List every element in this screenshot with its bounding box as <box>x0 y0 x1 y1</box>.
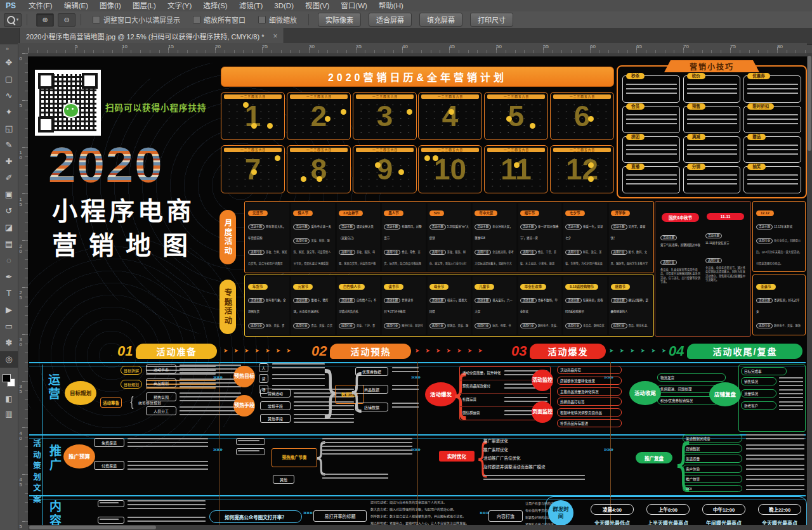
tool-button[interactable]: ✚ <box>0 153 18 170</box>
magnifier-icon <box>7 16 15 24</box>
foreground-color-swatch[interactable] <box>3 374 11 382</box>
tool-button[interactable]: ▤ <box>0 236 18 252</box>
ruler-tick-label: 20 <box>215 44 221 49</box>
tool-button[interactable]: ✎ <box>0 137 18 153</box>
tip-label: 限时折扣 <box>747 103 774 110</box>
quick-mask-icon[interactable]: ◧ <box>0 394 18 403</box>
option-checkbox[interactable]: 细微缩放 <box>258 15 297 25</box>
close-tab-icon[interactable]: × <box>273 32 277 41</box>
ruler-tick-label: 35 <box>18 384 23 394</box>
node-activity-monitor: 活动监控 <box>532 370 553 391</box>
time-column: 晚上22:00 全天曝光最高点 <box>753 504 806 526</box>
menu-item[interactable]: 窗口(W) <box>335 0 373 11</box>
calendar-month: 一 二 三 四 五 六 日 8 <box>287 145 351 193</box>
poster-title-line2: 营销地图 <box>52 225 199 262</box>
tip-card: 拼团 <box>622 136 680 164</box>
menu-item[interactable]: 文字(Y) <box>162 0 197 11</box>
screen-mode-icon[interactable]: ▥ <box>0 410 18 418</box>
menu-item[interactable]: 图像(I) <box>94 0 127 11</box>
option-button[interactable]: 适合屏幕 <box>369 13 412 27</box>
option-checkbox[interactable]: 缩放所有窗口 <box>193 15 246 25</box>
ruler-tick-label: 70 <box>683 44 689 49</box>
monthly-activity-column: 开学季 活动主题又开学，要省钱！ 适用行业图书、数码、文具、服饰等，面向学生主推… <box>609 203 652 271</box>
promo-mid-box <box>236 448 265 455</box>
horizontal-scrollbar-thumb[interactable] <box>29 526 156 529</box>
option-button[interactable]: 填充屏幕 <box>419 13 462 27</box>
tool-button[interactable]: ◪ <box>0 219 18 236</box>
document-tab[interactable]: 2020小程序电商营销地图.jpg @ 12.5% (扫码可以获得小程序扶持, … <box>19 28 284 44</box>
time-pill: 中午12:00 <box>702 504 745 515</box>
tool-button[interactable]: ✽ <box>0 335 18 351</box>
tool-button[interactable]: ∿ <box>0 87 18 104</box>
tool-icon: ✥ <box>6 58 13 67</box>
month-number: 12 <box>551 152 613 186</box>
tool-button[interactable]: ✒ <box>0 269 18 285</box>
tool-button[interactable]: ✦ <box>0 104 18 120</box>
zoom-out-button[interactable]: ⊖ <box>58 13 75 27</box>
vertical-scrollbar-thumb[interactable] <box>808 56 811 151</box>
brace: { <box>129 394 134 410</box>
phase-item: 02 活动预热 <box>311 343 411 359</box>
tool-button[interactable]: T <box>0 285 18 302</box>
tool-button[interactable]: ✐ <box>0 170 18 186</box>
tool-button[interactable]: ▣ <box>0 186 18 203</box>
tool-button[interactable]: ▭ <box>0 318 18 335</box>
option-button[interactable]: 实际像素 <box>318 13 361 27</box>
current-tool-zoom[interactable]: ▾ <box>4 13 22 27</box>
tip-text-lines <box>747 84 798 96</box>
festival-badge: 白色情人节 <box>339 284 365 290</box>
tool-button[interactable]: ◎ <box>0 351 18 368</box>
ruler-tick-label: 5 <box>75 44 77 49</box>
ruler-tick-label: 30 <box>18 337 23 347</box>
qr-code <box>35 70 101 136</box>
checkbox-icon[interactable] <box>93 16 100 23</box>
calendar-month: 一 二 三 四 五 六 日 3 <box>353 92 417 140</box>
menu-item[interactable]: 帮助(H) <box>373 0 409 11</box>
special-activity-column: 8.18返校购物节 活动主题狂暑热卖，席卷818返校购物节 适用行业全品类、数码… <box>563 276 606 335</box>
calendar-banner: 2020营销日历&全年营销计划 <box>221 67 614 87</box>
highlight-day-dot <box>433 155 438 161</box>
horizontal-scrollbar[interactable] <box>28 525 807 530</box>
tool-button[interactable]: ✥ <box>0 55 18 71</box>
ruler-tick-label: 65 <box>636 44 642 49</box>
checkbox-icon[interactable] <box>193 16 200 23</box>
vertical-scrollbar[interactable] <box>807 53 812 525</box>
phase-item: 01 活动准备 <box>117 343 217 359</box>
festival-badge: 开学季 <box>611 210 631 216</box>
tool-button[interactable]: ↺ <box>0 203 18 219</box>
tool-button[interactable]: ▶ <box>0 302 18 318</box>
ruler-tick-label: 50 <box>18 524 23 530</box>
option-button[interactable]: 打印尺寸 <box>470 13 513 27</box>
tip-text-lines <box>687 174 738 187</box>
checkbox-icon[interactable] <box>258 16 266 23</box>
option-checkbox[interactable]: 调整窗口大小以满屏显示 <box>93 15 180 25</box>
menu-item[interactable]: 视图(V) <box>299 0 335 11</box>
dashed-arrow: ➤➤➤➤➤➤➤ <box>609 347 666 354</box>
color-swatches[interactable] <box>3 374 15 388</box>
menu-item[interactable]: 图层(L) <box>127 0 162 11</box>
christmas-box: 圣诞节 活动主题圣诞狂欢，好礼过平安 适用行业数码电子、美妆、服饰等，围绕圣诞进… <box>752 275 806 335</box>
tip-label: 拼团 <box>626 134 645 140</box>
tip-card: 优惠券 <box>743 75 801 103</box>
menu-item[interactable]: 编辑(E) <box>58 0 94 11</box>
photoshop-window: PS 文件(F)编辑(E)图像(I)图层(L)文字(Y)选择(S)滤镜(T)3D… <box>0 0 812 530</box>
monthly-activity-column: 端午节 活动主题来一场“粽叶飘香节”，清凉一夏 适用行业食品、干货、美妆、水上运… <box>518 203 561 271</box>
wechat-icon <box>63 103 79 118</box>
tip-text-lines <box>626 174 677 187</box>
phase-badge: 活动预热 <box>330 344 411 359</box>
festival-badge: 年中大促 <box>475 210 497 216</box>
menu-item[interactable]: 文件(F) <box>23 0 58 11</box>
phase-badge: 活动收尾/复盘 <box>687 344 802 359</box>
menu-item[interactable]: 滤镜(T) <box>233 0 269 11</box>
document-canvas[interactable]: 扫码可以获得小程序扶持 2020 小程序电商 营销地图 2020营销日历&全年营… <box>28 53 807 530</box>
highlight-day-dot <box>588 176 594 182</box>
tool-button[interactable]: ▢ <box>0 71 18 87</box>
collapse-panel-icon[interactable]: » <box>6 46 9 52</box>
tool-button[interactable]: ◌ <box>0 252 18 269</box>
menu-item[interactable]: 选择(S) <box>197 0 233 11</box>
menu-item[interactable]: 3D(D) <box>268 0 299 11</box>
festival-badge: 3.8女神节 <box>339 210 363 216</box>
node-title-tips: 易打开率的标题 <box>313 510 367 522</box>
zoom-in-button[interactable]: ⊕ <box>36 13 54 27</box>
tool-button[interactable]: ◱ <box>0 120 18 137</box>
